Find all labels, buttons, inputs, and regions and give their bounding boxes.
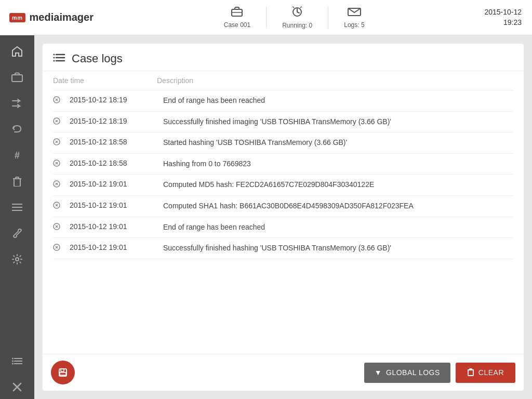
log-datetime: 2015-10-12 18:58 — [70, 138, 163, 146]
header-time: 19:23 — [484, 18, 522, 28]
page-title-bar: Case logs — [43, 44, 524, 71]
log-entry-icon — [53, 201, 70, 211]
log-description: Successfully finished imaging 'USB TOSHI… — [163, 117, 513, 127]
log-entry-icon — [53, 180, 70, 190]
logo-text: mediaimager — [30, 11, 94, 23]
global-logs-label: GLOBAL LOGS — [386, 368, 440, 377]
log-description: End of range has been reached — [163, 96, 513, 106]
log-description: End of range has been reached — [163, 222, 513, 233]
log-table[interactable]: Date time Description 2015-10-12 18:19 E… — [43, 71, 524, 354]
log-entry-icon — [53, 159, 70, 169]
sidebar-item-hash[interactable]: # — [5, 143, 30, 167]
log-rows-container: 2015-10-12 18:19 End of range has been r… — [53, 90, 513, 259]
header-datetime: 2015-10-12 19:23 — [484, 7, 532, 28]
svg-point-14 — [12, 363, 14, 365]
logo-box: mm — [9, 13, 25, 22]
page-title-icon — [53, 52, 65, 65]
log-entry-icon — [53, 243, 70, 253]
header-nav: Case 001 Running: 0 Logs: 5 — [104, 6, 484, 29]
sidebar-item-undo[interactable] — [5, 117, 30, 141]
sidebar-item-trash[interactable] — [5, 169, 30, 193]
case-label: Case 001 — [224, 21, 250, 29]
log-row: 2015-10-12 19:01 End of range has been r… — [53, 217, 513, 238]
logs-icon — [348, 7, 361, 20]
svg-point-13 — [12, 361, 14, 362]
svg-point-12 — [12, 358, 14, 360]
log-row: 2015-10-12 19:01 Computed MD5 hash: FE2C… — [53, 175, 513, 196]
content-area: Case logs Date time Description 2015-10-… — [34, 35, 532, 399]
log-entry-icon — [53, 96, 70, 105]
sidebar-item-home[interactable] — [5, 39, 30, 63]
clear-button[interactable]: CLEAR — [456, 363, 515, 383]
page-title: Case logs — [72, 52, 123, 65]
running-label: Running: 0 — [282, 22, 312, 29]
sidebar-item-briefcase[interactable] — [5, 65, 30, 89]
log-row: 2015-10-12 18:19 Successfully finished i… — [53, 112, 513, 133]
logs-label: Logs: 5 — [344, 21, 364, 29]
log-table-header: Date time Description — [53, 71, 513, 90]
svg-rect-4 — [12, 75, 22, 82]
log-description: Started hashing 'USB TOSHIBA TransMemory… — [163, 138, 513, 148]
running-icon — [291, 6, 303, 21]
log-row: 2015-10-12 19:01 Computed SHA1 hash: B66… — [53, 196, 513, 217]
log-datetime: 2015-10-12 19:01 — [70, 201, 163, 209]
logo-area: mm mediaimager — [0, 11, 104, 23]
trash-icon-btn — [467, 368, 474, 378]
log-description: Computed SHA1 hash: B661AC30B0D68E4D4598… — [163, 201, 513, 211]
log-datetime: 2015-10-12 18:58 — [70, 159, 163, 167]
svg-rect-49 — [60, 373, 66, 375]
bottom-right-btns: ▼ GLOBAL LOGS CLEAR — [364, 363, 515, 383]
clear-label: CLEAR — [478, 368, 504, 377]
chevron-down-icon: ▼ — [375, 368, 382, 377]
header-date: 2015-10-12 — [484, 7, 522, 18]
log-datetime: 2015-10-12 19:01 — [70, 180, 163, 188]
col-header-description: Description — [157, 76, 513, 85]
svg-point-8 — [16, 258, 19, 261]
sidebar-item-close[interactable] — [5, 375, 30, 399]
top-header: mm mediaimager Case 001 — [0, 0, 532, 35]
log-description: Successfully finished hashing 'USB TOSHI… — [163, 243, 513, 254]
log-datetime: 2015-10-12 19:01 — [70, 222, 163, 231]
col-header-datetime: Date time — [53, 76, 157, 85]
bottom-bar: ▼ GLOBAL LOGS CLEAR — [43, 354, 524, 391]
save-button[interactable] — [51, 361, 75, 384]
log-description: Computed MD5 hash: FE2CD2A61657C7E029D80… — [163, 180, 513, 190]
log-row: 2015-10-12 18:58 Hashing from 0 to 76698… — [53, 154, 513, 175]
header-nav-case[interactable]: Case 001 — [208, 7, 267, 29]
sidebar-item-lines[interactable] — [5, 349, 30, 373]
log-row: 2015-10-12 18:58 Started hashing 'USB TO… — [53, 132, 513, 154]
header-nav-logs[interactable]: Logs: 5 — [328, 7, 380, 29]
log-entry-icon — [53, 138, 70, 148]
briefcase-icon — [231, 7, 243, 20]
sidebar-item-shuffle[interactable] — [5, 91, 30, 115]
sidebar-item-list[interactable] — [5, 195, 30, 219]
svg-rect-48 — [61, 369, 64, 371]
log-datetime: 2015-10-12 18:19 — [70, 96, 163, 104]
sidebar: # — [0, 35, 34, 399]
log-description: Hashing from 0 to 7669823 — [163, 159, 513, 169]
log-entry-icon — [53, 222, 70, 232]
sidebar-item-wrench[interactable] — [5, 221, 30, 245]
log-datetime: 2015-10-12 18:19 — [70, 117, 163, 125]
log-row: 2015-10-12 19:01 Successfully finished h… — [53, 238, 513, 259]
log-datetime: 2015-10-12 19:01 — [70, 243, 163, 251]
main-body: # — [0, 35, 532, 399]
global-logs-button[interactable]: ▼ GLOBAL LOGS — [364, 363, 450, 383]
sidebar-item-settings[interactable] — [5, 247, 30, 271]
log-entry-icon — [53, 117, 70, 127]
header-nav-running[interactable]: Running: 0 — [267, 6, 328, 29]
content-panel: Case logs Date time Description 2015-10-… — [43, 44, 524, 391]
log-row: 2015-10-12 18:19 End of range has been r… — [53, 90, 513, 112]
